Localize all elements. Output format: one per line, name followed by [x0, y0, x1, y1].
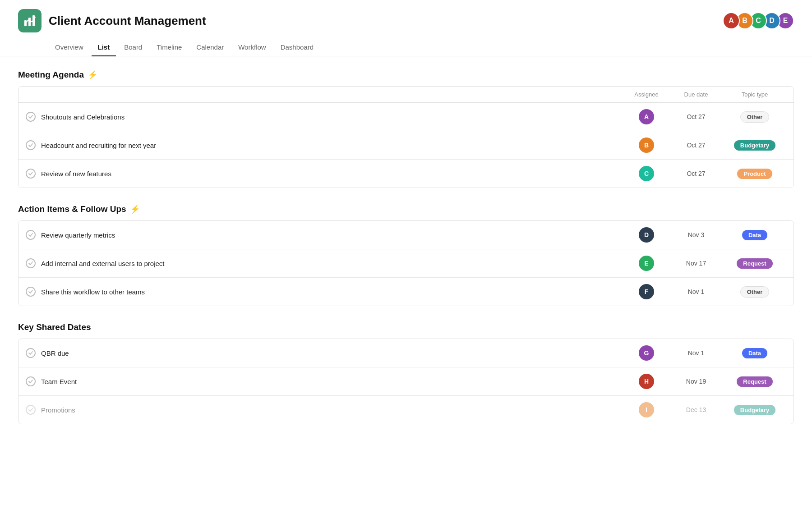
bolt-icon: ⚡: [88, 70, 97, 80]
svg-rect-1: [28, 18, 31, 26]
topic-badge[interactable]: Product: [737, 169, 772, 179]
type-cell: Data: [723, 348, 786, 358]
task-cell: Team Event: [26, 376, 624, 386]
assignee-cell: A: [624, 109, 669, 124]
task-cell: Share this workflow to other teams: [26, 287, 624, 297]
task-cell: Headcount and recruiting for next year: [26, 140, 624, 150]
assignee-avatar: I: [639, 402, 654, 417]
due-date: Oct 27: [669, 113, 723, 120]
col-header-date: Due date: [669, 91, 723, 98]
bolt-icon: ⚡: [130, 204, 140, 214]
avatar: A: [723, 12, 740, 29]
topic-badge[interactable]: Request: [737, 376, 772, 387]
tab-board[interactable]: Board: [118, 40, 148, 56]
table-row: Add internal and external users to proje…: [18, 249, 794, 278]
section-meeting-agenda: Meeting Agenda ⚡ Assignee Due date Topic…: [18, 70, 794, 188]
check-icon[interactable]: [26, 287, 36, 297]
assignee-avatar: E: [639, 256, 654, 271]
type-cell: Other: [723, 286, 786, 298]
meeting-agenda-table: Assignee Due date Topic type Shoutouts a…: [18, 86, 794, 188]
page-header: Client Account Management A B C D E: [0, 0, 812, 32]
type-cell: Budgetary: [723, 405, 786, 415]
task-name: Shoutouts and Celebrations: [41, 113, 125, 121]
table-row: Headcount and recruiting for next year B…: [18, 131, 794, 160]
action-items-table: Review quarterly metrics D Nov 3 Data Ad…: [18, 220, 794, 306]
type-cell: Product: [723, 169, 786, 179]
due-date: Nov 1: [669, 349, 723, 357]
task-cell: Review quarterly metrics: [26, 230, 624, 240]
check-icon[interactable]: [26, 258, 36, 268]
due-date: Nov 19: [669, 378, 723, 385]
assignee-avatar: G: [639, 345, 654, 361]
topic-badge[interactable]: Request: [737, 258, 772, 269]
assignee-cell: D: [624, 227, 669, 243]
task-name: Review of new features: [41, 170, 111, 178]
task-name: Add internal and external users to proje…: [41, 260, 165, 267]
table-row: Review quarterly metrics D Nov 3 Data: [18, 221, 794, 249]
due-date: Oct 27: [669, 142, 723, 149]
tab-workflow[interactable]: Workflow: [232, 40, 272, 56]
check-icon[interactable]: [26, 230, 36, 240]
section-action-items: Action Items & Follow Ups ⚡ Review quart…: [18, 204, 794, 306]
topic-badge[interactable]: Other: [740, 286, 770, 298]
assignee-cell: C: [624, 166, 669, 181]
assignee-avatar: D: [639, 227, 654, 243]
assignee-avatar: C: [639, 166, 654, 181]
assignee-cell: G: [624, 345, 669, 361]
check-icon[interactable]: [26, 112, 36, 122]
tab-list[interactable]: List: [92, 40, 116, 56]
check-icon[interactable]: [26, 348, 36, 358]
assignee-cell: B: [624, 138, 669, 153]
check-icon[interactable]: [26, 169, 36, 179]
task-cell: Add internal and external users to proje…: [26, 258, 624, 268]
assignee-avatar: B: [639, 138, 654, 153]
assignee-cell: I: [624, 402, 669, 417]
table-header: Assignee Due date Topic type: [18, 87, 794, 103]
task-name: Promotions: [41, 406, 75, 414]
nav-tabs: Overview List Board Timeline Calendar Wo…: [0, 35, 812, 56]
topic-badge[interactable]: Data: [742, 230, 767, 240]
section-title-key-shared-dates: Key Shared Dates: [18, 322, 794, 332]
check-icon[interactable]: [26, 405, 36, 415]
check-icon[interactable]: [26, 376, 36, 386]
tab-dashboard[interactable]: Dashboard: [274, 40, 320, 56]
task-name: Team Event: [41, 378, 77, 385]
topic-badge[interactable]: Budgetary: [734, 405, 775, 415]
due-date: Dec 13: [669, 406, 723, 413]
type-cell: Other: [723, 111, 786, 123]
tab-overview[interactable]: Overview: [49, 40, 90, 56]
assignee-avatar: H: [639, 374, 654, 389]
tab-calendar[interactable]: Calendar: [190, 40, 230, 56]
tab-timeline[interactable]: Timeline: [150, 40, 188, 56]
col-header-type: Topic type: [723, 91, 786, 98]
due-date: Oct 27: [669, 170, 723, 177]
assignee-cell: F: [624, 284, 669, 299]
task-cell: Promotions: [26, 405, 624, 415]
task-name: Review quarterly metrics: [41, 231, 115, 239]
header-left: Client Account Management: [18, 9, 206, 32]
section-key-shared-dates: Key Shared Dates QBR due G Nov 1 Data: [18, 322, 794, 424]
assignee-avatar: F: [639, 284, 654, 299]
section-title-action-items: Action Items & Follow Ups ⚡: [18, 204, 794, 214]
type-cell: Data: [723, 230, 786, 240]
table-row: Team Event H Nov 19 Request: [18, 367, 794, 396]
topic-badge[interactable]: Other: [740, 111, 770, 123]
due-date: Nov 17: [669, 260, 723, 267]
check-icon[interactable]: [26, 140, 36, 150]
task-cell: Review of new features: [26, 169, 624, 179]
task-name: Headcount and recruiting for next year: [41, 142, 156, 149]
app-icon: [18, 9, 42, 32]
table-row: QBR due G Nov 1 Data: [18, 339, 794, 367]
topic-badge[interactable]: Budgetary: [734, 140, 775, 151]
table-row: Promotions I Dec 13 Budgetary: [18, 396, 794, 424]
col-header-task: [26, 91, 624, 98]
section-title-meeting-agenda: Meeting Agenda ⚡: [18, 70, 794, 80]
table-row: Shoutouts and Celebrations A Oct 27 Othe…: [18, 103, 794, 131]
task-cell: Shoutouts and Celebrations: [26, 112, 624, 122]
avatar-group: A B C D E: [723, 12, 794, 29]
assignee-avatar: A: [639, 109, 654, 124]
key-shared-dates-table: QBR due G Nov 1 Data Team Event: [18, 339, 794, 424]
table-row: Share this workflow to other teams F Nov…: [18, 278, 794, 306]
topic-badge[interactable]: Data: [742, 348, 767, 358]
main-content: Meeting Agenda ⚡ Assignee Due date Topic…: [0, 56, 812, 454]
